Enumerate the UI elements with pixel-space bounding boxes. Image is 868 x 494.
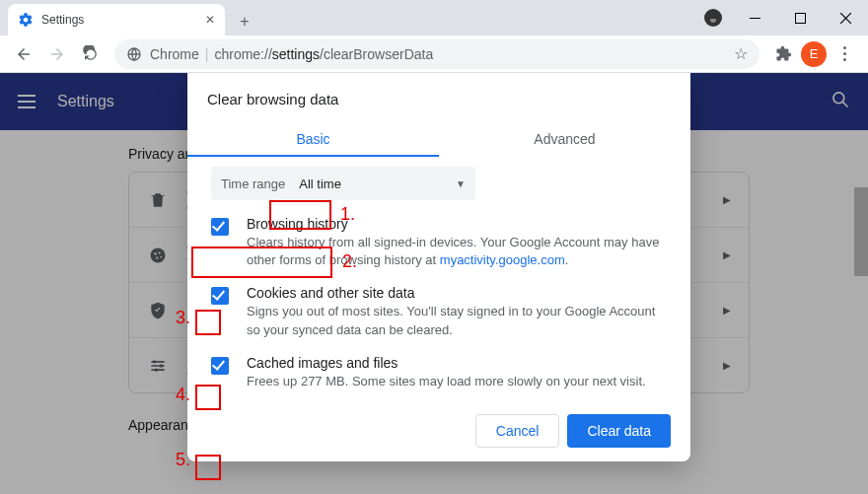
- time-range-select[interactable]: Time range All time ▼: [211, 167, 475, 200]
- maximize-button[interactable]: [777, 3, 823, 33]
- browser-toolbar: Chrome | chrome://settings/clearBrowserD…: [0, 35, 868, 73]
- cancel-button[interactable]: Cancel: [475, 414, 560, 448]
- svg-rect-1: [795, 13, 805, 23]
- bookmark-star-icon[interactable]: ☆: [734, 44, 748, 63]
- chrome-menu-button[interactable]: [829, 38, 860, 70]
- clear-data-button[interactable]: Clear data: [567, 414, 671, 448]
- tab-basic[interactable]: Basic: [187, 121, 439, 157]
- check-subtitle: Signs you out of most sites. You'll stay…: [247, 303, 667, 338]
- check-title: Cookies and other site data: [247, 285, 667, 301]
- tab-title: Settings: [41, 13, 205, 27]
- check-title: Browsing history: [247, 216, 667, 232]
- new-tab-button[interactable]: +: [231, 8, 258, 35]
- time-range-label: Time range: [221, 176, 285, 191]
- time-range-value: All time: [299, 176, 341, 191]
- tab-advanced[interactable]: Advanced: [439, 121, 690, 157]
- back-button[interactable]: [8, 38, 39, 70]
- myactivity-link[interactable]: myactivity.google.com: [440, 252, 565, 267]
- check-title: Cached images and files: [247, 355, 646, 371]
- site-info-icon[interactable]: [126, 46, 142, 62]
- minimize-button[interactable]: [732, 3, 777, 33]
- window-close-button[interactable]: [823, 3, 868, 33]
- checkbox-checked-icon[interactable]: [211, 218, 229, 236]
- omnibox-url: chrome://settings/clearBrowserData: [214, 46, 433, 62]
- reload-button[interactable]: [75, 38, 107, 70]
- extensions-icon[interactable]: [767, 38, 799, 70]
- check-subtitle: Clears history from all signed-in device…: [247, 234, 667, 269]
- dialog-title: Clear browsing data: [187, 91, 690, 121]
- tab-indicator: [187, 155, 439, 157]
- checkbox-checked-icon[interactable]: [211, 287, 229, 305]
- gear-icon: [18, 12, 34, 28]
- checkbox-checked-icon[interactable]: [211, 357, 229, 375]
- window-controls: [704, 0, 868, 35]
- clear-browsing-data-dialog: Clear browsing data Basic Advanced Time …: [187, 73, 690, 461]
- incognito-icon: [704, 9, 722, 27]
- omnibox-divider: |: [205, 46, 209, 62]
- dialog-tabs: Basic Advanced: [187, 121, 690, 157]
- check-cached[interactable]: Cached images and files Frees up 277 MB.…: [211, 339, 667, 390]
- check-subtitle: Frees up 277 MB. Some sites may load mor…: [247, 373, 646, 390]
- address-bar[interactable]: Chrome | chrome://settings/clearBrowserD…: [114, 39, 760, 69]
- omnibox-site-label: Chrome: [150, 46, 199, 62]
- window-titlebar: Settings ✕ +: [0, 0, 868, 35]
- avatar-initial: E: [810, 46, 819, 61]
- check-browsing-history[interactable]: Browsing history Clears history from all…: [211, 200, 667, 269]
- chevron-down-icon: ▼: [456, 178, 466, 189]
- check-cookies[interactable]: Cookies and other site data Signs you ou…: [211, 269, 667, 338]
- profile-avatar[interactable]: E: [801, 41, 827, 67]
- page-content: Settings Privacy and security Clear brow…: [0, 73, 868, 494]
- close-icon[interactable]: ✕: [205, 13, 215, 27]
- forward-button[interactable]: [41, 38, 73, 70]
- browser-tab[interactable]: Settings ✕: [8, 4, 225, 35]
